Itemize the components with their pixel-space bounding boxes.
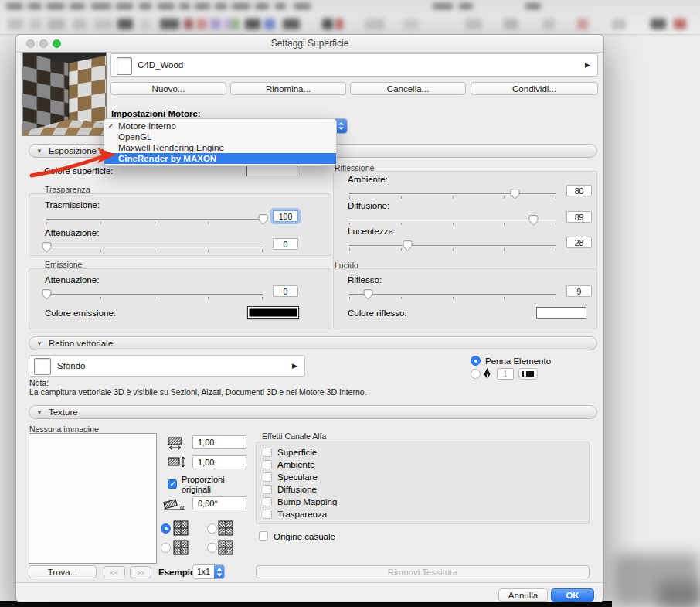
rename-button[interactable]: Rinomina... [230,82,346,95]
minimize-button[interactable] [39,39,48,48]
slider-thumb[interactable] [528,215,539,226]
slider-thumb[interactable] [258,214,268,225]
section-header-texture[interactable]: ▼ Texture [29,405,597,419]
mirror-option-3-radio[interactable] [161,543,171,553]
slider-track[interactable] [46,247,263,247]
slider-thumb[interactable] [42,289,52,300]
slider-thumb[interactable] [42,242,52,253]
shininess-slider-row[interactable]: Lucentezza:28 [348,227,592,256]
slider-label: Trasmissione: [45,200,100,210]
mirror-option-2-radio[interactable] [207,523,217,534]
slider-track-area[interactable] [349,191,556,199]
menu-checkmark-icon [104,142,118,153]
slider-track-area[interactable] [46,244,263,252]
share-button[interactable]: Condividi... [471,82,598,95]
dialog-footer: Annulla OK [16,582,603,602]
slider-track[interactable] [349,294,556,295]
cancel-button[interactable]: Annulla [498,588,548,602]
hatch-dropdown[interactable]: Sfondo ▶ [29,355,305,377]
slider-value-field[interactable]: 0 [273,238,298,250]
surface-color-swatch[interactable] [246,165,297,176]
keep-proportions-checkbox[interactable] [168,479,177,489]
engine-menu-item[interactable]: ✓Motore Interno [104,121,336,131]
remove-texture-button[interactable]: Rimuovi Tessitura [256,565,590,578]
pen-color-button[interactable] [518,368,538,380]
slider-value-field[interactable]: 89 [566,211,592,223]
checker-room-preview-image [23,53,106,135]
alpha-option-row[interactable]: Diffusione [263,484,317,495]
mirror-option-4-radio[interactable] [207,543,217,553]
slider-track-area[interactable] [46,292,263,299]
texture-height-field[interactable]: 1,00 [192,455,246,469]
texture-width-field[interactable]: 1,00 [192,435,246,449]
slider-value-field[interactable]: 100 [273,210,298,222]
slider-ticks [46,297,263,299]
slider-track[interactable] [46,219,263,220]
alpha-option-row[interactable]: Speculare [263,472,318,483]
stepper-arrows-icon[interactable] [214,565,224,578]
new-button[interactable]: Nuovo... [110,82,226,95]
titlebar[interactable]: Settaggi Superficie [16,35,603,53]
engine-dropdown-menu[interactable]: ✓Motore InternoOpenGLMaxwell Rendering E… [104,118,337,166]
checkbox[interactable] [263,472,272,482]
alpha-option-row[interactable]: Ambiente [263,459,315,470]
slider-track[interactable] [349,220,556,220]
alpha-option-row[interactable]: Superficie [263,447,317,458]
prev-texture-button[interactable]: << [104,566,125,578]
checkbox[interactable] [263,510,272,519]
find-button[interactable]: Trova... [29,565,97,578]
slider-value-field[interactable]: 28 [566,237,592,248]
ambient-slider-row[interactable]: Ambiente:80 [348,175,592,204]
slider-track-area[interactable] [349,243,556,251]
menu-checkmark-icon [104,153,118,164]
checkbox[interactable] [263,497,272,506]
random-origin-checkbox[interactable] [259,531,268,541]
slider-track-area[interactable] [349,217,556,225]
delete-button[interactable]: Cancella... [350,82,466,95]
sample-stepper[interactable]: 1x1 [192,564,225,579]
pen-number-field[interactable]: 1 [497,368,514,380]
keep-proportions-label: Proporzioni originali [182,475,237,494]
slider-track[interactable] [46,294,263,295]
slider-value-field[interactable]: 80 [566,185,592,196]
slider-track[interactable] [349,193,556,194]
material-name-dropdown[interactable]: C4D_Wood ▶ [110,53,598,77]
slider-value-field[interactable]: 9 [566,285,592,297]
close-button[interactable] [26,39,35,48]
checkbox[interactable] [263,460,272,469]
slider-track-area[interactable] [46,217,263,224]
emission-color-label: Colore emissione: [45,309,116,318]
emission-attenuation-slider-row[interactable]: Attenuazione:0 [45,275,298,305]
slider-thumb[interactable] [403,240,413,251]
engine-menu-item[interactable]: OpenGL [104,131,336,142]
slider-thumb[interactable] [510,189,520,199]
texture-angle-field[interactable]: 0,00° [192,496,246,510]
next-texture-button[interactable]: >> [130,566,151,578]
attenuation-slider-row[interactable]: Attenuazione:0 [45,228,298,257]
chevron-right-icon: ▶ [292,356,297,376]
slider-thumb[interactable] [363,289,373,300]
section-header-vector-hatch[interactable]: ▼ Retino vettoriale [29,336,597,350]
engine-menu-item-label: Maxwell Rendering Engine [118,142,224,153]
reflex-color-swatch[interactable] [536,307,586,319]
alpha-option-row[interactable]: Trasparenza [263,509,327,520]
alpha-option-row[interactable]: Bump Mapping [263,496,337,507]
pen-element-radio[interactable] [471,356,481,366]
engine-menu-item[interactable]: Maxwell Rendering Engine [104,142,336,153]
checkbox[interactable] [263,448,272,457]
texture-angle-icon: α [163,496,188,512]
transmission-slider-row[interactable]: Trasmissione:100 [45,200,298,230]
slider-track-area[interactable] [349,292,556,299]
slider-value-field[interactable]: 0 [273,285,298,297]
engine-menu-item-label: OpenGL [118,131,151,142]
slider-ticks [349,248,556,251]
ok-button[interactable]: OK [551,588,594,602]
engine-menu-item[interactable]: CineRender by MAXON [104,153,336,164]
emission-color-swatch[interactable] [247,306,299,319]
checkbox[interactable] [263,485,272,494]
mirror-option-1-radio[interactable] [161,523,171,534]
custom-pen-radio[interactable] [471,369,481,379]
slider-track[interactable] [349,245,556,246]
zoom-button[interactable] [53,39,61,48]
reflex-slider-row[interactable]: Riflesso:9 [348,275,592,305]
